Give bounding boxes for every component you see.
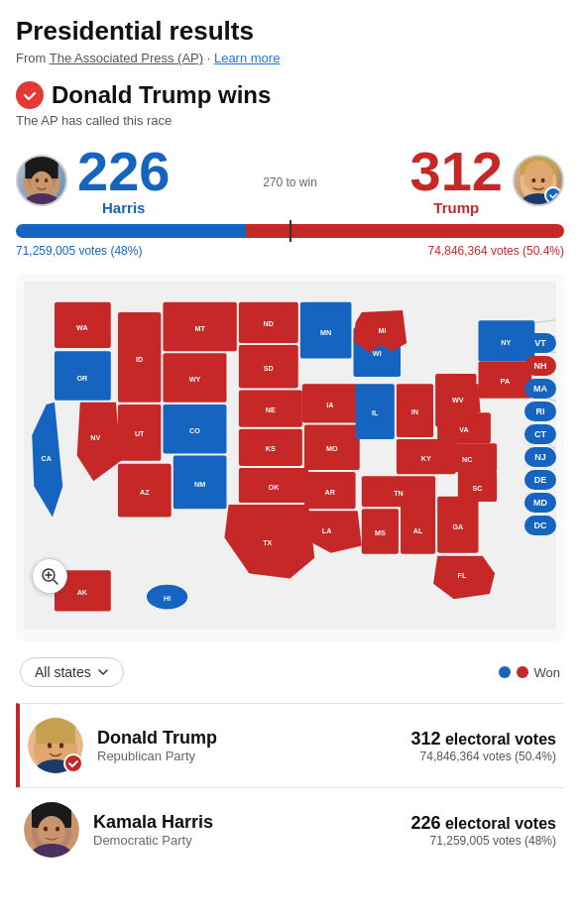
learn-more-link[interactable]: Learn more (214, 51, 280, 65)
svg-point-82 (38, 816, 65, 848)
state-bubble-dc: DC (524, 516, 556, 535)
harris-card-avatar (24, 802, 79, 858)
to-win-center: 270 to win (263, 172, 317, 189)
winner-headline: Donald Trump wins (52, 81, 271, 109)
trump-score-col: 312 Trump (410, 144, 503, 216)
us-map-svg: WA OR CA NV ID MT WY (24, 282, 556, 630)
svg-text:UT: UT (135, 429, 145, 438)
chevron-down-icon (97, 666, 109, 678)
winner-banner: Donald Trump wins (16, 81, 564, 109)
legend-blue-dot (499, 666, 511, 678)
svg-text:CA: CA (42, 454, 53, 463)
source-line: From The Associated Press (AP) · Learn m… (16, 51, 564, 65)
svg-text:TX: TX (263, 538, 272, 547)
to-win-label: 270 to win (263, 172, 317, 189)
state-bubble-de: DE (524, 470, 556, 490)
legend-label: Won (534, 665, 561, 680)
harris-bar (16, 224, 246, 238)
filter-row: All states Won (16, 657, 564, 687)
harris-card-info: Kamala Harris Democratic Party (93, 812, 397, 848)
svg-point-13 (541, 177, 545, 182)
state-bubble-ri: RI (524, 402, 556, 421)
harris-candidate-card: Kamala Harris Democratic Party 226 elect… (16, 787, 564, 871)
svg-text:OK: OK (269, 483, 281, 492)
svg-text:NC: NC (462, 455, 473, 464)
harris-name: Harris (102, 199, 145, 216)
small-states-panel: VT NH MA RI CT NJ DE MD DC (524, 333, 556, 535)
harris-card-party: Democratic Party (93, 833, 397, 848)
svg-text:LA: LA (322, 526, 332, 535)
state-bubble-ct: CT (524, 424, 556, 444)
svg-text:KS: KS (266, 444, 276, 453)
trump-card-info: Donald Trump Republican Party (97, 728, 397, 763)
svg-text:IA: IA (326, 401, 334, 409)
harris-card-popular: 71,259,005 votes (48%) (410, 834, 556, 848)
svg-text:FL: FL (458, 571, 467, 580)
svg-text:MN: MN (320, 328, 331, 337)
svg-text:NM: NM (194, 480, 205, 489)
source-separator: · (207, 51, 214, 65)
harris-popular-votes: 71,259,005 votes (48%) (16, 244, 142, 258)
svg-text:AL: AL (413, 526, 423, 535)
harris-card-name: Kamala Harris (93, 812, 397, 833)
svg-text:MO: MO (326, 444, 338, 453)
state-bubble-md: MD (524, 493, 556, 513)
electoral-progress-bar (16, 224, 564, 238)
svg-point-75 (48, 743, 52, 749)
state-bubble-nj: NJ (524, 447, 556, 467)
svg-text:VA: VA (459, 425, 469, 434)
harris-card-avatar-wrap (24, 802, 79, 858)
trump-electoral-votes: 312 (410, 144, 503, 199)
harris-electoral-count: 226 (410, 813, 440, 833)
svg-point-4 (31, 171, 53, 196)
svg-text:WI: WI (373, 349, 382, 358)
svg-text:ID: ID (136, 355, 143, 364)
trump-card-name: Donald Trump (97, 728, 397, 749)
svg-text:NV: NV (90, 433, 100, 442)
winner-check-icon (16, 81, 44, 109)
votes-row: 71,259,005 votes (48%) 74,846,364 votes … (16, 244, 564, 258)
state-bubble-nh: NH (524, 356, 556, 376)
svg-point-83 (44, 827, 48, 832)
state-bubble-vt: VT (524, 333, 556, 353)
harris-electoral-votes: 226 (77, 144, 170, 199)
svg-text:CO: CO (189, 426, 200, 435)
source-prefix: From (16, 51, 50, 65)
scoreboard: 226 Harris 270 to win (16, 144, 564, 216)
svg-text:KY: KY (421, 454, 431, 463)
svg-text:ND: ND (264, 319, 274, 328)
svg-text:SD: SD (264, 364, 274, 373)
harris-avatar (16, 155, 67, 206)
trump-card-popular: 74,846,364 votes (50.4%) (410, 750, 556, 763)
harris-card-electoral: 226 electoral votes (410, 813, 556, 834)
svg-text:TN: TN (394, 489, 404, 498)
all-states-label: All states (35, 664, 91, 680)
trump-score-block: 312 Trump (410, 144, 564, 216)
svg-text:IN: IN (411, 407, 418, 416)
svg-point-12 (531, 177, 535, 182)
svg-point-5 (36, 177, 40, 182)
svg-text:WV: WV (452, 396, 464, 404)
svg-point-84 (56, 827, 59, 832)
trump-electoral-count: 312 (410, 729, 440, 749)
trump-card-electoral: 312 electoral votes (410, 729, 556, 750)
trump-candidate-card: Donald Trump Republican Party 312 electo… (16, 703, 564, 787)
svg-text:OR: OR (76, 374, 88, 383)
svg-line-68 (54, 580, 58, 584)
trump-electoral-suffix: electoral votes (445, 731, 556, 748)
svg-text:WY: WY (189, 375, 201, 384)
all-states-button[interactable]: All states (20, 657, 124, 687)
svg-text:NE: NE (266, 405, 276, 414)
zoom-button[interactable] (32, 558, 67, 594)
trump-card-avatar-wrap (28, 718, 83, 773)
map-legend: Won (499, 665, 561, 680)
svg-rect-74 (36, 726, 75, 744)
svg-text:MS: MS (375, 528, 386, 537)
svg-text:AZ: AZ (140, 488, 150, 497)
svg-point-76 (59, 743, 63, 749)
trump-name: Trump (433, 199, 479, 216)
svg-text:GA: GA (452, 522, 464, 531)
harris-card-votes: 226 electoral votes 71,259,005 votes (48… (410, 813, 556, 848)
trump-card-votes: 312 electoral votes 74,846,364 votes (50… (410, 729, 556, 763)
harris-score-col: 226 Harris (77, 144, 170, 216)
